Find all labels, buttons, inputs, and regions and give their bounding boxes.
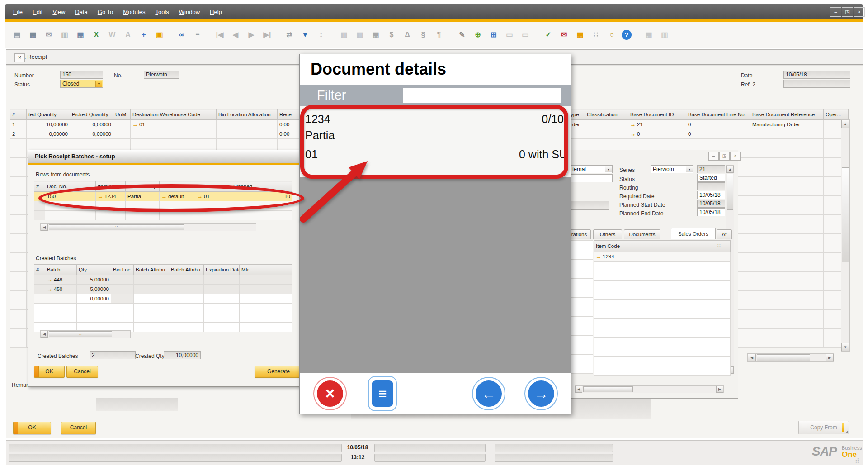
table-row[interactable] [571, 317, 593, 326]
order-type-dropdown[interactable]: ternal▼ [570, 165, 613, 173]
find-icon[interactable]: ∞ [176, 29, 188, 41]
copy-from-button[interactable]: Copy From ◢ [798, 421, 849, 434]
number-field[interactable]: 150 [60, 71, 103, 79]
col-header[interactable]: Base Document Reference [750, 109, 824, 120]
scroll-left-icon[interactable]: ◀ [575, 386, 582, 393]
table-row[interactable] [571, 336, 593, 345]
scroll-right-icon[interactable]: ▶ [826, 354, 834, 361]
previous-record-icon[interactable]: ◀ [230, 29, 241, 41]
misc-doc-icon[interactable]: ▦ [643, 29, 655, 41]
volume-weight-icon[interactable]: Δ [401, 29, 413, 41]
col-header[interactable]: Picked Quantity [70, 109, 113, 120]
table-row[interactable]: →1234 [594, 252, 731, 262]
scroll-left-icon[interactable]: ◀ [41, 331, 48, 338]
messages-icon[interactable]: ▭ [519, 29, 531, 41]
series-dropdown[interactable]: Pierwotn▼ [651, 165, 693, 173]
date-field[interactable]: 10/05/18 [783, 71, 850, 79]
vertical-scrollbar[interactable]: ▲ ▼ [841, 119, 850, 352]
calendar-icon[interactable]: ▦ [574, 29, 586, 41]
scrollbar-thumb[interactable]: ∷ [49, 331, 112, 337]
scroll-up-icon[interactable]: ▲ [726, 166, 734, 173]
table-row[interactable] [594, 290, 731, 300]
col-header[interactable]: Item Number [96, 181, 126, 192]
table-row[interactable] [571, 279, 593, 288]
print-icon[interactable]: ▦ [27, 29, 39, 41]
menu-edit[interactable]: Edit [33, 9, 42, 15]
col-header[interactable]: Bin Location Allocation [217, 109, 278, 120]
menu-data[interactable]: Data [75, 9, 87, 15]
col-header[interactable]: ted Quantity [27, 109, 70, 120]
created-qty-field[interactable]: 10,00000 [164, 351, 201, 359]
misc-doc2-icon[interactable]: ▥ [659, 29, 670, 41]
ok-button[interactable]: OK [13, 422, 51, 434]
scrollbar-thumb[interactable]: ∷ [757, 354, 810, 361]
next-action-button[interactable]: → [524, 377, 558, 410]
menu-window[interactable]: Window [179, 9, 200, 15]
col-header[interactable]: Destination Warehouse Code [131, 109, 217, 120]
filter-input[interactable] [403, 88, 561, 103]
payment-means-icon[interactable]: ▦ [370, 29, 382, 41]
series-number-field[interactable]: 21 [697, 165, 725, 173]
col-header[interactable]: Item Code [594, 241, 731, 252]
table-row[interactable] [571, 260, 593, 269]
menu-help[interactable]: Help [210, 9, 222, 15]
tab-attachments[interactable]: At [717, 229, 732, 239]
tab-documents[interactable]: Documents [624, 229, 660, 239]
col-header[interactable]: Whse Code [195, 181, 231, 192]
fax-icon[interactable]: ▦ [75, 29, 86, 41]
col-header[interactable]: Batch Attribu... [169, 265, 204, 275]
table-row[interactable] [594, 309, 731, 319]
list-action-button[interactable]: ≡ [368, 376, 397, 411]
order-number-field[interactable] [570, 174, 613, 182]
copy-from-doc-icon[interactable]: ▥ [338, 29, 350, 41]
copy-to-doc-icon[interactable]: ▥ [354, 29, 366, 41]
dialog-cancel-button[interactable]: Cancel [66, 366, 98, 378]
minimize-window-icon[interactable]: – [830, 7, 841, 17]
menu-modules[interactable]: Modules [123, 9, 145, 15]
export-word-icon[interactable]: W [106, 29, 118, 41]
help-icon[interactable]: ? [622, 30, 632, 40]
table-row[interactable] [571, 269, 593, 279]
table-row[interactable] [571, 355, 593, 364]
table-row[interactable]: 0,00000 [34, 294, 292, 304]
table-row[interactable] [571, 345, 593, 355]
menu-view[interactable]: View [52, 9, 65, 15]
scroll-left-icon[interactable]: ◀ [748, 354, 756, 361]
link-arrow-icon[interactable]: → [98, 193, 103, 200]
dialog-ok-button[interactable]: OK [34, 366, 65, 378]
resize-grip-icon[interactable]: ⣴ [855, 456, 859, 463]
checklist-icon[interactable]: ✓ [542, 29, 554, 41]
table-row[interactable] [571, 288, 593, 298]
table-row[interactable]: rder →21 0 Manufacturing Order [569, 120, 849, 129]
col-header[interactable]: Mfr [240, 265, 292, 275]
selected-row[interactable]: 150 →1234 Partia →default →01 10 [34, 192, 292, 201]
scroll-left-icon[interactable]: ◀ [41, 224, 48, 231]
scrollbar-thumb[interactable]: ∷ [49, 224, 184, 230]
link-arrow-icon[interactable]: → [596, 253, 601, 260]
table-row[interactable] [34, 201, 292, 211]
link-arrow-icon[interactable]: → [630, 121, 636, 128]
table-row[interactable] [34, 211, 292, 220]
layout-move-icon[interactable]: + [138, 29, 150, 41]
col-header[interactable]: Base Document Line No. [686, 109, 750, 120]
query-icon[interactable]: ¶ [433, 29, 445, 41]
table-row[interactable] [571, 298, 593, 307]
chevron-down-icon[interactable]: ▼ [95, 81, 102, 87]
table-row[interactable]: →0 0 [569, 129, 849, 139]
table-row[interactable]: 1 10,00000 0,00000 →01 0,00 [10, 120, 301, 129]
table-row[interactable] [10, 139, 301, 148]
table-row[interactable]: →448 5,00000 [34, 275, 292, 285]
email-icon[interactable]: ✉ [43, 29, 55, 41]
org-chart-icon[interactable]: ∷ [590, 29, 602, 41]
scrollbar-thumb[interactable] [583, 386, 633, 392]
hidden-button[interactable] [571, 201, 609, 210]
sort-icon[interactable]: ↕ [315, 29, 327, 41]
col-header[interactable]: Classification [585, 109, 628, 120]
panel-horizontal-scrollbar[interactable]: ◀ ▶ [575, 385, 724, 393]
scrollbar-thumb[interactable] [727, 174, 733, 210]
po-status-field[interactable]: Started [697, 174, 725, 182]
restore-window-icon[interactable]: ◳ [842, 7, 853, 17]
drag-handle-icon[interactable]: ∷ [717, 243, 720, 248]
table-row[interactable] [594, 300, 731, 309]
refresh-icon[interactable]: ⇄ [283, 29, 295, 41]
